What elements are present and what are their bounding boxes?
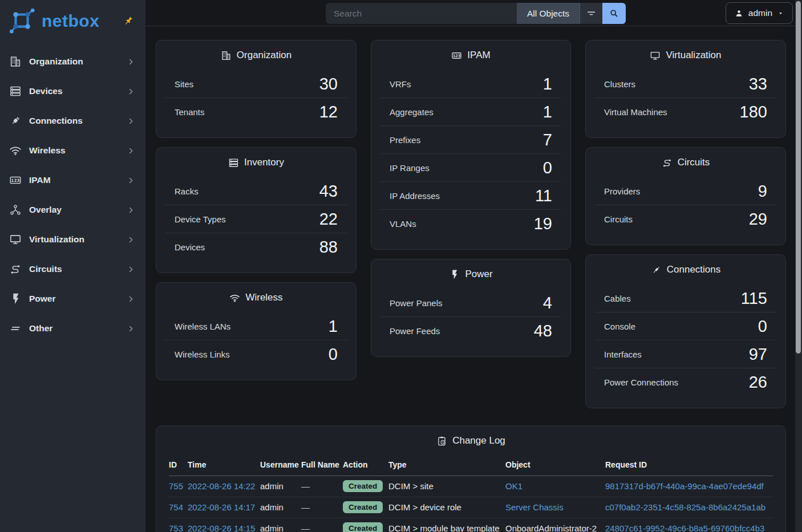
changelog-full-name: —	[301, 518, 343, 532]
sidebar-item-devices[interactable]: Devices	[0, 76, 145, 106]
sidebar-item-organization[interactable]: Organization	[0, 47, 145, 76]
sidebar-item-other[interactable]: Other	[0, 314, 145, 343]
changelog-id-link[interactable]: 754	[169, 502, 183, 512]
stat-row-prefixes[interactable]: Prefixes 7	[380, 126, 561, 154]
changelog-title: Change Log	[156, 426, 785, 456]
changelog-request-id-link[interactable]: 24807c61-9952-49c6-b8a5-69760bfcc4b3	[605, 523, 764, 532]
topbar: All Objects admin	[145, 0, 802, 26]
stat-row-virtual-machines[interactable]: Virtual Machines 180	[595, 98, 776, 126]
stat-label: Clusters	[604, 79, 635, 89]
stat-row-devices[interactable]: Devices 88	[165, 233, 347, 261]
sidebar-item-wireless[interactable]: Wireless	[0, 136, 145, 165]
col-header-id: ID	[169, 458, 188, 476]
stat-row-device-types[interactable]: Device Types 22	[165, 205, 347, 233]
stat-value: 97	[749, 346, 767, 363]
filter-button[interactable]	[580, 3, 602, 24]
stat-label: Wireless LANs	[175, 322, 230, 331]
col-header-action: Action	[343, 458, 388, 476]
sidebar-item-overlay[interactable]: Overlay	[0, 195, 145, 225]
stat-row-circuits[interactable]: Circuits 29	[595, 205, 776, 233]
stat-label: Console	[604, 322, 635, 331]
stat-row-aggregates[interactable]: Aggregates 1	[380, 98, 561, 126]
stat-row-vrfs[interactable]: VRFs 1	[380, 70, 561, 98]
stat-value: 22	[319, 211, 338, 228]
scrollbar[interactable]	[795, 0, 802, 532]
stat-value: 26	[749, 374, 767, 391]
user-menu-button[interactable]: admin	[726, 2, 793, 24]
changelog-title-text: Change Log	[452, 435, 505, 446]
sidebar-item-power[interactable]: Power	[0, 284, 145, 314]
stat-row-vlans[interactable]: VLANs 19	[380, 210, 561, 238]
card-title: Circuits	[586, 148, 785, 177]
sidebar-item-ipam[interactable]: IPAM	[0, 165, 145, 195]
sidebar-item-label: Organization	[29, 56, 83, 67]
stat-row-cables[interactable]: Cables 115	[595, 285, 776, 312]
stat-row-ip-addresses[interactable]: IP Addresses 11	[380, 182, 561, 210]
pin-sidebar-icon[interactable]	[123, 15, 134, 27]
card-circuits: Circuits Providers 9 Circuits 29	[585, 147, 786, 245]
stat-value: 1	[543, 104, 552, 120]
changelog-time-link[interactable]: 2022-08-26 14:17	[188, 502, 255, 512]
wifi-icon	[229, 293, 240, 303]
sidebar-item-label: Other	[29, 323, 52, 334]
server-stack-icon	[228, 157, 239, 168]
changelog-time-link[interactable]: 2022-08-26 14:15	[188, 523, 255, 532]
search-button[interactable]	[602, 3, 626, 24]
stat-value: 19	[534, 216, 552, 232]
stat-value: 43	[319, 183, 338, 200]
changelog-time-link[interactable]: 2022-08-26 14:22	[188, 481, 255, 491]
caret-down-icon	[777, 10, 784, 17]
netbox-logo-icon	[8, 8, 37, 34]
sidebar-item-connections[interactable]: Connections	[0, 106, 145, 136]
stat-row-ip-ranges[interactable]: IP Ranges 0	[380, 154, 561, 182]
changelog-request-id-link[interactable]: c07f0ab2-2351-4c58-825a-8b6a2425a1ab	[605, 502, 765, 512]
chevron-right-icon	[127, 324, 135, 333]
changelog-full-name: —	[301, 476, 343, 497]
card-title-text: IPAM	[467, 50, 490, 61]
stat-row-power-panels[interactable]: Power Panels 4	[380, 289, 561, 317]
stat-label: IP Addresses	[390, 191, 440, 201]
sidebar-item-virtualization[interactable]: Virtualization	[0, 225, 145, 254]
changelog-row: 755 2022-08-26 14:22 admin — Created DCI…	[169, 476, 773, 497]
stat-value: 9	[758, 183, 767, 200]
stat-row-racks[interactable]: Racks 43	[165, 177, 347, 205]
stat-row-sites[interactable]: Sites 30	[165, 70, 347, 98]
card-inventory: Inventory Racks 43 Device Types 22 Devic…	[156, 147, 357, 273]
changelog-object-link[interactable]: Server Chassis	[505, 502, 564, 512]
stat-label: Power Panels	[390, 298, 443, 308]
changelog-object-link[interactable]: OK1	[505, 481, 522, 491]
stat-row-providers[interactable]: Providers 9	[595, 177, 776, 205]
stat-row-clusters[interactable]: Clusters 33	[595, 70, 776, 98]
stat-row-tenants[interactable]: Tenants 12	[165, 98, 347, 126]
stat-label: Prefixes	[390, 135, 420, 145]
sidebar-item-label: Wireless	[29, 145, 66, 156]
user-name: admin	[748, 8, 772, 18]
stat-row-power-connections[interactable]: Power Connections 26	[595, 368, 776, 396]
stat-row-wireless-links[interactable]: Wireless Links 0	[165, 340, 347, 368]
stat-label: Device Types	[175, 214, 226, 224]
stat-row-power-feeds[interactable]: Power Feeds 48	[380, 317, 561, 345]
netbox-logo[interactable]: netbox	[8, 8, 99, 34]
changelog-type: DCIM > device role	[388, 497, 505, 518]
card-organization: Organization Sites 30 Tenants 12	[156, 40, 357, 138]
stat-label: Sites	[175, 79, 193, 89]
chevron-right-icon	[127, 87, 135, 96]
building-icon	[9, 55, 22, 68]
changelog-request-id-link[interactable]: 9817317d-b67f-440a-99ca-4ae07ede94df	[605, 481, 764, 491]
scrollbar-thumb[interactable]	[796, 1, 801, 354]
changelog-username: admin	[260, 476, 301, 497]
object-type-button[interactable]: All Objects	[517, 3, 580, 24]
search-input[interactable]	[326, 3, 517, 24]
stat-value: 0	[543, 160, 552, 176]
stat-value: 0	[329, 346, 338, 363]
stat-row-wireless-lans[interactable]: Wireless LANs 1	[165, 312, 347, 340]
card-title: Connections	[586, 255, 785, 285]
stat-row-interfaces[interactable]: Interfaces 97	[595, 340, 776, 368]
changelog-id-link[interactable]: 755	[169, 481, 183, 491]
changelog-id-link[interactable]: 753	[169, 523, 183, 532]
sidebar-item-circuits[interactable]: Circuits	[0, 254, 145, 284]
changelog-panel: Change Log ID Time Username Full Name Ac…	[156, 425, 786, 532]
stat-row-console[interactable]: Console 0	[595, 312, 776, 340]
counter-icon	[9, 174, 22, 186]
stat-label: Virtual Machines	[604, 107, 667, 117]
